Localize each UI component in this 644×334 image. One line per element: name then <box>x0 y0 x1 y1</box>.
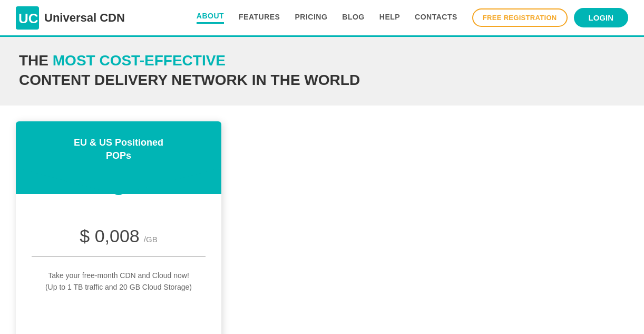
card-body: $ 0,008 /GB Take your free-month CDN and… <box>16 194 221 334</box>
free-registration-button[interactable]: FREE REGISTRATION <box>472 8 568 27</box>
card-header: EU & US Positioned POPs <box>16 121 221 194</box>
login-button[interactable]: LOGIN <box>574 8 629 27</box>
price-unit: /GB <box>144 235 158 244</box>
card-header-line2: POPs <box>106 150 131 161</box>
card-desc-line2: (Up to 1 TB traffic and 20 GB Cloud Stor… <box>45 283 192 291</box>
hero-plain-text: THE <box>19 52 53 69</box>
card-desc-line1: Take your free-month CDN and Cloud now! <box>48 271 189 280</box>
nav-pricing[interactable]: PRICING <box>295 13 327 23</box>
card-header-line1: EU & US Positioned <box>74 137 163 148</box>
main-content: EU & US Positioned POPs $ 0,008 /GB Take… <box>0 106 644 334</box>
price-value: $ 0,008 <box>80 226 139 246</box>
card-description: Take your free-month CDN and Cloud now! … <box>32 270 206 293</box>
hero-banner: THE MOST COST-EFFECTIVE CONTENT DELIVERY… <box>0 37 644 106</box>
header: UC Universal CDN ABOUT FEATURES PRICING … <box>0 0 644 37</box>
logo[interactable]: UC Universal CDN <box>16 6 125 30</box>
hero-title: CONTENT DELIVERY NETWORK IN THE WORLD <box>19 72 625 89</box>
hero-highlight: MOST COST-EFFECTIVE <box>53 52 226 69</box>
price-row: $ 0,008 /GB <box>32 226 206 257</box>
pricing-card: EU & US Positioned POPs $ 0,008 /GB Take… <box>16 121 221 334</box>
logo-icon: UC <box>16 6 39 30</box>
main-nav: ABOUT FEATURES PRICING BLOG HELP CONTACT… <box>197 12 457 24</box>
hero-subtitle: THE MOST COST-EFFECTIVE <box>19 52 625 70</box>
nav-about[interactable]: ABOUT <box>197 12 224 24</box>
nav-blog[interactable]: BLOG <box>342 13 364 23</box>
svg-text:UC: UC <box>18 11 38 26</box>
logo-text: Universal CDN <box>44 11 125 25</box>
nav-contacts[interactable]: CONTACTS <box>415 13 457 23</box>
nav-features[interactable]: FEATURES <box>239 13 280 23</box>
nav-help[interactable]: HELP <box>379 13 400 23</box>
